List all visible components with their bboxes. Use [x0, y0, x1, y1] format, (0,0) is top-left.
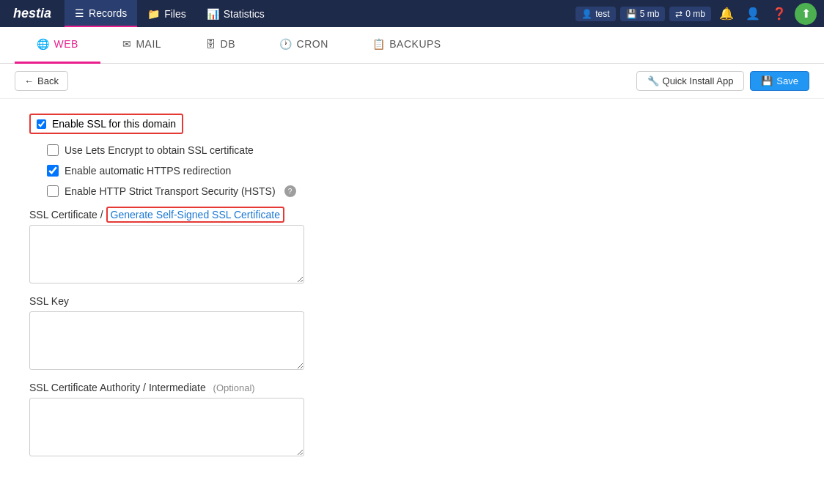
hdd-icon: 💾	[626, 9, 637, 19]
storage-badge-text: 5 mb	[640, 9, 660, 19]
transfer-badge: ⇄ 0 mb	[669, 7, 711, 21]
hsts-row: Enable HTTP Strict Transport Security (H…	[47, 185, 795, 197]
nav-records-label: Records	[89, 7, 127, 19]
clock-icon: 🕐	[279, 38, 293, 50]
chart-icon: 📊	[207, 8, 219, 20]
storage-badge: 💾 5 mb	[620, 7, 666, 21]
enable-ssl-checkbox[interactable]	[37, 119, 46, 129]
globe-icon: 🌐	[37, 38, 50, 50]
tab-backups-label: BACKUPS	[389, 38, 441, 50]
ssl-ca-textarea[interactable]	[29, 398, 304, 456]
bell-button[interactable]: 🔔	[716, 3, 737, 25]
ssl-ca-optional: (Optional)	[213, 382, 255, 393]
lets-encrypt-row: Use Lets Encrypt to obtain SSL certifica…	[47, 144, 795, 156]
ssl-key-text: SSL Key	[29, 295, 69, 307]
auto-https-row: Enable automatic HTTPS redirection	[47, 165, 795, 177]
backups-icon: 📋	[372, 38, 386, 50]
main-content: Enable SSL for this domain Use Lets Encr…	[0, 99, 824, 504]
lets-encrypt-label[interactable]: Use Lets Encrypt to obtain SSL certifica…	[65, 144, 254, 156]
ssl-key-field-label: SSL Key	[29, 295, 795, 307]
tab-mail-label: MAIL	[136, 38, 161, 50]
enable-ssl-label[interactable]: Enable SSL for this domain	[52, 118, 176, 130]
action-bar: ← Back 🔧 Quick Install App 💾 Save	[0, 64, 824, 99]
auto-https-checkbox[interactable]	[47, 165, 59, 177]
hsts-label[interactable]: Enable HTTP Strict Transport Security (H…	[65, 185, 276, 197]
nav-right: 👤 test 💾 5 mb ⇄ 0 mb 🔔 👤 ❓ ⬆	[575, 3, 817, 25]
ssl-certificate-textarea[interactable]	[29, 225, 304, 284]
user-circle-button[interactable]: 👤	[742, 3, 764, 25]
ssl-certificate-text: SSL Certificate /	[29, 209, 103, 220]
transfer-badge-text: 0 mb	[685, 9, 705, 19]
quick-install-label: Quick Install App	[663, 75, 734, 86]
tab-web[interactable]: 🌐 WEB	[15, 27, 100, 64]
help-button[interactable]: ❓	[768, 3, 790, 25]
hsts-checkbox[interactable]	[47, 185, 59, 197]
tab-mail[interactable]: ✉ MAIL	[100, 27, 183, 64]
ssl-ca-text: SSL Certificate Authority / Intermediate	[29, 382, 206, 393]
arrows-icon: ⇄	[675, 9, 683, 19]
nav-files-label: Files	[164, 8, 186, 20]
tab-db-label: DB	[221, 38, 235, 50]
nav-statistics[interactable]: 📊 Statistics	[196, 0, 275, 27]
tab-db[interactable]: 🗄 DB	[183, 27, 257, 64]
ssl-certificate-field-label: SSL Certificate / Generate Self-Signed S…	[29, 209, 795, 220]
enable-ssl-group: Enable SSL for this domain	[29, 114, 183, 134]
auto-https-label[interactable]: Enable automatic HTTPS redirection	[65, 165, 231, 177]
tab-bar: 🌐 WEB ✉ MAIL 🗄 DB 🕐 CRON 📋 BACKUPS	[0, 27, 824, 64]
save-button[interactable]: 💾 Save	[750, 71, 809, 91]
back-button[interactable]: ← Back	[15, 71, 68, 91]
nav-records[interactable]: ☰ Records	[65, 0, 137, 27]
lets-encrypt-checkbox[interactable]	[47, 144, 59, 156]
action-right: 🔧 Quick Install App 💾 Save	[636, 71, 809, 91]
user-icon: 👤	[581, 9, 592, 19]
mail-icon: ✉	[122, 38, 132, 50]
list-icon: ☰	[75, 7, 84, 19]
tab-web-label: WEB	[54, 38, 78, 50]
ssl-sub-options: Use Lets Encrypt to obtain SSL certifica…	[47, 144, 795, 197]
user-badge-text: test	[595, 9, 609, 19]
logo[interactable]: hestia	[7, 6, 57, 21]
nav-files[interactable]: 📁 Files	[137, 0, 196, 27]
hsts-help-icon[interactable]: ?	[284, 185, 296, 197]
tab-backups[interactable]: 📋 BACKUPS	[350, 27, 463, 64]
upload-button[interactable]: ⬆	[795, 3, 817, 25]
save-label: Save	[776, 75, 798, 86]
database-icon: 🗄	[205, 38, 216, 50]
top-nav: hestia ☰ Records 📁 Files 📊 Statistics 👤 …	[0, 0, 824, 27]
quick-install-button[interactable]: 🔧 Quick Install App	[636, 71, 745, 91]
generate-ssl-link[interactable]: Generate Self-Signed SSL Certificate	[106, 207, 284, 223]
back-label: Back	[37, 75, 59, 86]
arrow-left-icon: ←	[24, 75, 34, 86]
folder-icon: 📁	[147, 8, 160, 20]
save-icon: 💾	[761, 75, 773, 86]
wrench-icon: 🔧	[647, 75, 659, 86]
user-badge: 👤 test	[575, 7, 615, 21]
tab-cron-label: CRON	[297, 38, 328, 50]
ssl-key-textarea[interactable]	[29, 311, 304, 370]
tab-cron[interactable]: 🕐 CRON	[257, 27, 350, 64]
nav-statistics-label: Statistics	[224, 8, 265, 20]
ssl-ca-field-label: SSL Certificate Authority / Intermediate…	[29, 382, 795, 393]
